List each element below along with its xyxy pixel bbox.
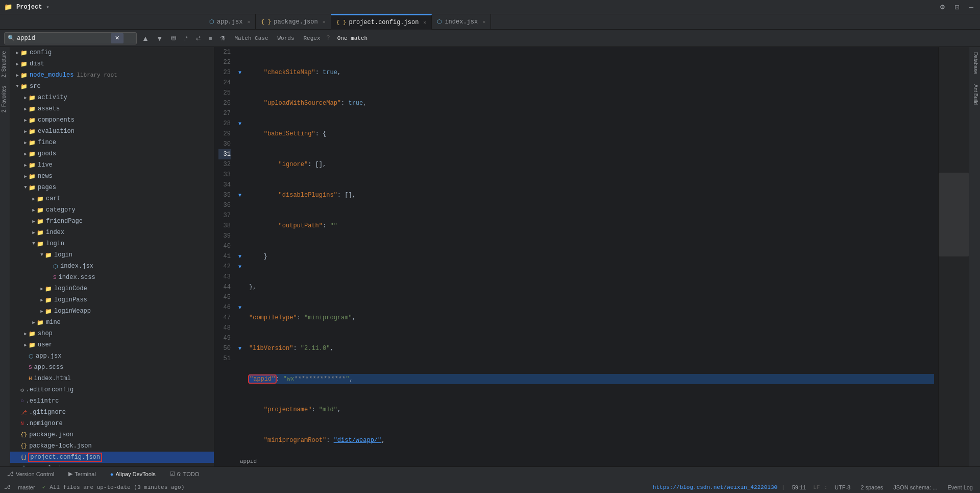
search-icon-btn2[interactable]: ≡ [206, 34, 214, 42]
favorites-tab[interactable]: 2: Favorites [0, 82, 10, 116]
tree-item-package-json[interactable]: {} package.json [10, 429, 214, 440]
tree-item-live[interactable]: ▶ 📁 live [10, 159, 214, 171]
version-control-btn[interactable]: ⎇ Version Control [4, 469, 57, 478]
tree-item-editorconfig[interactable]: ⚙ .editorconfig [10, 384, 214, 395]
folder-icon-login-l2: 📁 [37, 241, 44, 247]
ant-build-tab[interactable]: Ant Build [969, 79, 980, 110]
search-input[interactable] [17, 35, 109, 42]
fold-icon-42[interactable]: ▼ [235, 262, 245, 272]
minimap[interactable] [938, 47, 969, 466]
fold-icon-23[interactable]: ▼ [235, 67, 245, 78]
tree-item-cart[interactable]: ▶ 📁 cart [10, 193, 214, 204]
code-editor-lines[interactable]: "checkSiteMap": true, "uploadWithSourceM… [245, 47, 938, 466]
tree-item-user[interactable]: ▶ 📁 user [10, 339, 214, 350]
arrow-friendpage: ▶ [31, 219, 37, 224]
indent-btn[interactable]: 2 spaces [857, 483, 886, 491]
event-log-label: Event Log [947, 484, 973, 490]
tree-item-login-index-scss[interactable]: S index.scss [10, 272, 214, 283]
label-dist: dist [30, 60, 44, 67]
words-option[interactable]: Words [275, 34, 298, 42]
tree-item-loginweapp[interactable]: ▶ 📁 loginWeapp [10, 306, 214, 317]
encoding-btn[interactable]: UTF-8 [831, 483, 853, 491]
terminal-btn[interactable]: ▶ Terminal [65, 469, 99, 478]
editor-content[interactable]: 21 22 23 24 25 26 27 28 29 30 31 32 33 3… [214, 47, 938, 466]
search-filter-btn[interactable]: ⛃ [168, 34, 179, 43]
tree-item-index-html[interactable]: H index.html [10, 373, 214, 384]
folder-icon-friendpage: 📁 [37, 218, 44, 225]
tree-item-pages-index[interactable]: ▶ 📁 index [10, 227, 214, 238]
search-clear-btn[interactable]: ✕ [111, 33, 124, 43]
settings-btn[interactable]: ⚙ [937, 3, 948, 12]
alipay-devtools-btn[interactable]: ● Alipay DevTools [107, 470, 159, 478]
cursor-position: 59:11 [792, 484, 806, 490]
tab-app-jsx[interactable]: ⬡ app.jsx ✕ [204, 14, 256, 30]
code-line-25: "disablePlugins": [], [249, 190, 934, 200]
cursor-position-btn[interactable]: 59:11 [789, 483, 810, 491]
tree-item-config[interactable]: ▶ 📁 config [10, 47, 214, 58]
tab-project-config-json[interactable]: { } project.config.json ✕ [331, 14, 432, 30]
todo-btn[interactable]: ☑ 6: TODO [167, 469, 203, 478]
tree-item-loginpass[interactable]: ▶ 📁 loginPass [10, 294, 214, 306]
minimap-thumb[interactable] [939, 173, 969, 256]
tree-item-eslintrc[interactable]: ○ .eslintrc [10, 395, 214, 407]
tab-index-jsx[interactable]: ⬡ index.jsx ✕ [432, 14, 491, 30]
schema-btn[interactable]: JSON schema: ... [890, 483, 940, 491]
terminal-label: Terminal [75, 471, 96, 477]
match-case-option[interactable]: Match Case [231, 34, 271, 42]
tree-item-node-modules[interactable]: ▶ 📁 node_modules library root [10, 69, 214, 81]
tab-close-index-jsx[interactable]: ✕ [482, 19, 485, 25]
fold-icon-28[interactable]: ▼ [235, 119, 245, 129]
tree-item-evaluation[interactable]: ▶ 📁 evaluation [10, 126, 214, 137]
regex-option[interactable]: Regex [301, 34, 324, 42]
fold-icon-35[interactable]: ▼ [235, 190, 245, 200]
search-replace-btn[interactable]: ⇄ [193, 34, 203, 42]
search-prev-btn[interactable]: ▲ [140, 33, 151, 43]
fold-icon-46[interactable]: ▼ [235, 302, 245, 313]
tree-item-yarn-lock[interactable]: 🔒 yarn.lock [10, 463, 214, 466]
tree-item-friendpage[interactable]: ▶ 📁 friendPage [10, 216, 214, 227]
tree-item-components[interactable]: ▶ 📁 components [10, 114, 214, 126]
event-log-btn[interactable]: Event Log [944, 483, 976, 491]
arrow-src: ▼ [14, 84, 20, 89]
structure-tab[interactable]: 2: Structure [0, 47, 10, 82]
tab-close-app-jsx[interactable]: ✕ [247, 19, 250, 25]
project-dropdown[interactable]: ▾ [46, 4, 49, 10]
tree-item-login-l2[interactable]: ▼ 📁 login [10, 238, 214, 249]
tab-close-project-config[interactable]: ✕ [423, 19, 426, 26]
tree-item-fince[interactable]: ▶ 📁 fince [10, 137, 214, 148]
fold-icon-50[interactable]: ▼ [235, 343, 245, 354]
layout-btn[interactable]: ⊡ [952, 3, 962, 12]
ln-37: 37 [218, 210, 231, 221]
tree-item-shop[interactable]: ▶ 📁 shop [10, 328, 214, 339]
search-filter-icon[interactable]: ⚗ [217, 34, 228, 43]
git-branch-btn[interactable]: master [15, 483, 38, 491]
arrow-pages: ▼ [22, 185, 29, 190]
tree-item-app-scss[interactable]: S app.scss [10, 362, 214, 373]
tree-item-src[interactable]: ▼ 📁 src [10, 81, 214, 92]
tree-item-assets[interactable]: ▶ 📁 assets [10, 103, 214, 114]
tab-package-json[interactable]: { } package.json ✕ [256, 14, 331, 30]
tree-item-news[interactable]: ▶ 📁 news [10, 171, 214, 182]
tree-item-dist[interactable]: ▶ 📁 dist [10, 58, 214, 69]
tree-item-pages[interactable]: ▼ 📁 pages [10, 182, 214, 193]
search-next-btn[interactable]: ▼ [154, 33, 165, 43]
tree-item-package-lock-json[interactable]: {} package-lock.json [10, 440, 214, 452]
fold-icon-41[interactable]: ▼ [235, 251, 245, 262]
tree-item-login-index-jsx[interactable]: ⬡ index.jsx [10, 261, 214, 272]
tree-item-app-jsx[interactable]: ⬡ app.jsx [10, 350, 214, 362]
tab-close-package-json[interactable]: ✕ [323, 19, 326, 25]
tab-label-app-jsx: app.jsx [217, 18, 242, 26]
tree-item-login-l3[interactable]: ▼ 📁 login [10, 249, 214, 261]
tree-item-project-config[interactable]: {} project.config.json [10, 452, 214, 463]
tree-item-gitignore[interactable]: ⎇ .gitignore [10, 407, 214, 418]
tree-item-goods[interactable]: ▶ 📁 goods [10, 148, 214, 159]
search-regex-btn[interactable]: .* [182, 34, 190, 42]
minimize-btn[interactable]: ─ [966, 3, 976, 12]
label-live: live [38, 161, 53, 169]
tree-item-npmignore[interactable]: N .npmignore [10, 418, 214, 429]
tree-item-logincode[interactable]: ▶ 📁 loginCode [10, 283, 214, 294]
database-tab[interactable]: Database [969, 47, 980, 79]
tree-item-activity[interactable]: ▶ 📁 activity [10, 92, 214, 103]
tree-item-category[interactable]: ▶ 📁 category [10, 204, 214, 216]
tree-item-mine[interactable]: ▶ 📁 mine [10, 317, 214, 328]
